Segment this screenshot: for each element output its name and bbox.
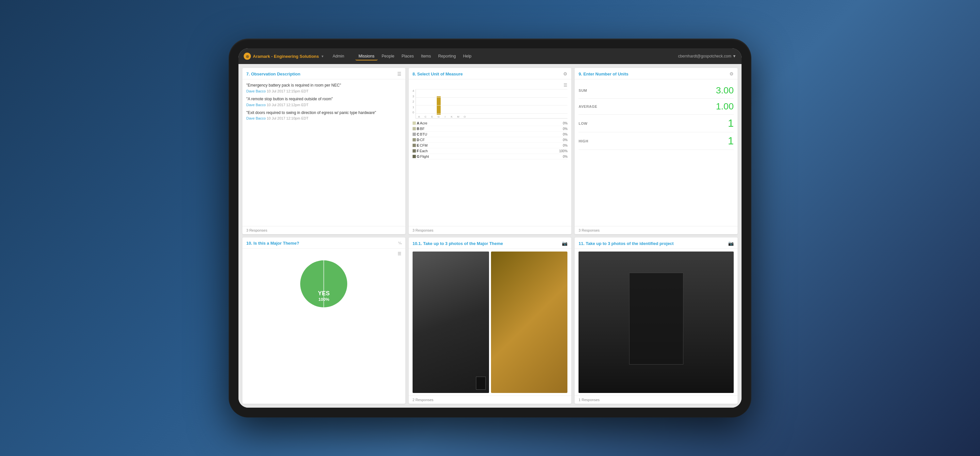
card7-footer: 3 Responses [242,226,406,234]
unit-row-d: D CF 0% [412,137,568,143]
navbar-items[interactable]: Items [418,52,434,60]
bar-a: A [417,114,421,118]
card7-header: 7. Observation Description ☰ [242,68,406,79]
brand-dropdown-icon: ▼ [321,54,324,58]
unit-row-g: G Flight 0% [412,154,568,159]
card8-body: ☰ 4 3 2 1 0 [409,79,572,226]
card11-body [574,249,738,396]
bar-e: E [430,114,434,118]
obs-time-3: 10 Jul 2017 12:10pm EDT [267,116,309,120]
card10-body: ☰ YES 100% [242,249,406,404]
card8-header: 8. Select Unit of Measure ⚙ [409,68,572,79]
bar-o: O [463,114,467,118]
obs-time-2: 10 Jul 2017 12:12pm EDT [267,103,309,107]
stat-sum-label: SUM [579,89,587,92]
unit-row-c: C BTU 0% [412,132,568,137]
photo-1 [412,251,489,393]
navbar-brand[interactable]: ◎ Aramark - Engineering Solutions ▼ [244,52,324,60]
brand-name: Aramark - Engineering Solutions [253,54,319,59]
card10-1-responses: 2 Responses [412,398,433,402]
card10-1-header: 10.1. Take up to 3 photos of the Major T… [409,237,572,249]
bar-c: C [424,114,428,118]
card8-settings-icon[interactable]: ⚙ [563,71,568,76]
photo-11-1 [579,251,734,393]
y-label-2: 2 [412,100,414,103]
card11-header: 11. Take up to 3 photos of the identifie… [574,237,738,249]
pie-chart-container: YES 100% [298,258,350,310]
stat-high: HIGH 1 [579,132,734,150]
unit-list: A Acre 0% B BF 0% C [412,121,568,160]
unit-row-h: H Floor 0% [412,159,568,160]
card-photos-identified-project: 11. Take up to 3 photos of the identifie… [574,237,738,404]
navbar-admin[interactable]: Admin [329,52,347,60]
obs-text-3: "Exit doors required to swing in directi… [246,110,401,116]
card9-body: SUM 3.00 AVERAGE 1.00 LOW 1 HIGH 1 [574,79,738,226]
obs-time-1: 10 Jul 2017 12:15pm EDT [267,89,309,93]
y-label-1: 1 [412,105,414,109]
main-content: 7. Observation Description ☰ "Emergency … [239,64,741,408]
y-axis: 4 3 2 1 0 [412,89,414,119]
pie-svg [298,258,350,310]
obs-text-1: "Emergency battery pack is required in r… [246,83,401,88]
card10-title: 10. Is this a Major Theme? [246,241,299,246]
y-label-0: 0 [412,111,414,114]
card11-responses: 1 Responses [579,398,600,402]
card-observation-description: 7. Observation Description ☰ "Emergency … [242,68,406,234]
obs-text-2: "A remote stop button is required outsid… [246,96,401,102]
observation-entry-3: "Exit doors required to swing in directi… [246,110,401,121]
y-label-4: 4 [412,89,414,92]
unit-row-f: F Each 100% [412,148,568,154]
card9-responses: 3 Responses [579,228,600,232]
unit-row-e: E CFM 0% [412,143,568,148]
card-unit-of-measure: 8. Select Unit of Measure ⚙ ☰ 4 3 2 1 [409,68,572,234]
navbar-people[interactable]: People [378,52,398,60]
bar-g: G [437,96,441,118]
obs-author-name-1[interactable]: Dave Bacco [246,89,266,93]
card8-menu-icon[interactable]: ☰ [563,83,568,87]
card7-title: 7. Observation Description [246,71,300,76]
bar-i: I [443,114,447,118]
stat-average: AVERAGE 1.00 [579,99,734,114]
stat-high-label: HIGH [579,139,588,143]
card7-menu-icon[interactable]: ☰ [397,71,401,76]
card10-1-body [409,249,572,396]
logo-icon: ◎ [244,52,251,60]
observation-entry-2: "A remote stop button is required outsid… [246,96,401,107]
stat-sum: SUM 3.00 [579,83,734,99]
card10-header: 10. Is this a Major Theme? ⅟₄ [242,237,406,249]
obs-author-name-3[interactable]: Dave Bacco [246,116,266,120]
navbar-missions[interactable]: Missions [355,52,378,60]
chart-area: A C E G I K M O [415,89,568,119]
obs-author-2: Dave Bacco 10 Jul 2017 12:12pm EDT [246,103,401,107]
navbar-reporting[interactable]: Reporting [435,52,459,60]
card10-1-footer: 2 Responses [409,396,572,404]
navbar-user-email[interactable]: cbernhardt@gospotcheck.com ▼ [678,54,736,59]
card10-1-camera-icon: 📷 [562,241,568,246]
card7-responses: 3 Responses [246,228,267,232]
card9-header: 9. Enter Number of Units ⚙ [574,68,738,79]
navbar-places[interactable]: Places [398,52,417,60]
card8-responses: 3 Responses [412,228,433,232]
card9-title: 9. Enter Number of Units [579,71,628,76]
unit-row-b: B BF 0% [412,126,568,132]
card7-body: "Emergency battery pack is required in r… [242,79,406,226]
stat-avg-label: AVERAGE [579,105,597,108]
card10-fraction-icon: ⅟₄ [398,241,401,245]
card9-settings-icon[interactable]: ⚙ [729,71,734,76]
card10-menu-icon[interactable]: ☰ [398,251,401,256]
stat-avg-value: 1.00 [716,101,734,112]
card8-title: 8. Select Unit of Measure [412,71,463,76]
card10-1-title: 10.1. Take up to 3 photos of the Major T… [412,241,503,246]
stat-low: LOW 1 [579,114,734,132]
photo-2 [491,251,568,393]
card11-footer: 1 Responses [574,396,738,404]
stat-low-label: LOW [579,122,587,126]
stat-low-value: 1 [728,117,734,129]
obs-author-3: Dave Bacco 10 Jul 2017 12:10pm EDT [246,116,401,120]
navbar-links: Missions People Places Items Reporting H… [355,52,475,60]
card8-footer: 3 Responses [409,226,572,234]
navbar-help[interactable]: Help [460,52,475,60]
obs-author-name-2[interactable]: Dave Bacco [246,103,266,107]
stat-sum-value: 3.00 [716,85,734,96]
y-label-3: 3 [412,95,414,98]
